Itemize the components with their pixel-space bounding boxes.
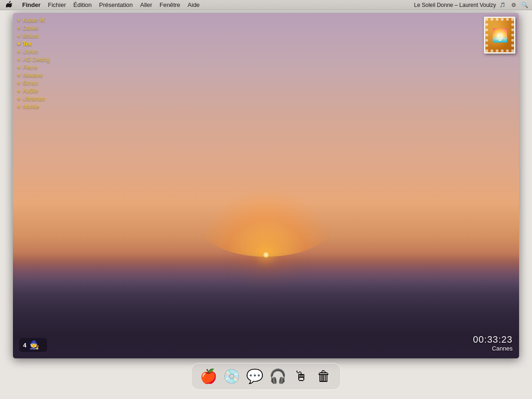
- playlist-item-name: Tex: [23, 41, 32, 47]
- star-icon: ✳: [17, 49, 21, 55]
- trash-dock-icon: 🗑: [317, 369, 331, 383]
- playlist-item-name: Ultraman: [23, 96, 45, 102]
- elapsed-time: 00:33:23: [473, 334, 513, 345]
- star-icon: ✳: [17, 18, 21, 24]
- star-icon: ✳: [17, 88, 21, 94]
- playlist-item[interactable]: ✳Tex: [17, 40, 50, 48]
- star-icon: ✳: [17, 96, 21, 102]
- playlist-item[interactable]: ✳lithium: [17, 32, 50, 40]
- menu-bar: Finder Fichier Édition Présentation Alle…: [0, 0, 532, 10]
- star-icon: ✳: [17, 104, 21, 110]
- menu-presentation[interactable]: Présentation: [96, 0, 137, 10]
- dock-chat[interactable]: 💬: [244, 366, 265, 387]
- mouse-dock-icon: 🖱: [294, 369, 308, 383]
- playlist-item[interactable]: ✳Daniel: [17, 24, 50, 32]
- album-stamp[interactable]: 🌅: [484, 17, 515, 54]
- playlist-item-name: HG Desing: [23, 56, 50, 63]
- dock-apple[interactable]: 🍎: [198, 366, 218, 387]
- main-window: ✳Kaiser IK✳Daniel✳lithium✳Tex✳UnAm✳HG De…: [13, 13, 519, 358]
- playlist-item-name: Simon: [23, 80, 38, 86]
- playlist-item-name: Kaiser IK: [23, 17, 45, 24]
- playlist-item[interactable]: ✳Ultraman: [17, 95, 50, 103]
- apple-dock-icon: 🍎: [200, 369, 217, 383]
- playlist-item[interactable]: ✳HG Desing: [17, 56, 50, 63]
- menubar-right: Le Soleil Donne – Laurent Voulzy 🎵 ⚙ 🔍: [414, 0, 532, 10]
- playlist-item[interactable]: ✳Kaiser IK: [17, 17, 50, 24]
- playlist-item-name: UnAm: [23, 48, 38, 55]
- dock-trash[interactable]: 🗑: [314, 366, 334, 387]
- menu-items-group: Finder Fichier Édition Présentation Alle…: [18, 0, 203, 10]
- playlist: ✳Kaiser IK✳Daniel✳lithium✳Tex✳UnAm✳HG De…: [17, 17, 50, 110]
- star-icon: ✳: [17, 80, 21, 86]
- menu-aller[interactable]: Aller: [137, 0, 156, 10]
- slide-counter: 4 🧙: [19, 338, 47, 352]
- star-icon: ✳: [17, 41, 21, 47]
- now-playing-title: Le Soleil Donne – Laurent Voulzy: [414, 2, 496, 8]
- playlist-item[interactable]: ✳AuGie: [17, 87, 50, 95]
- location-label: Cannes: [473, 345, 513, 352]
- cloud-silhouette: [13, 252, 519, 358]
- wizard-icon: 🧙: [29, 340, 39, 350]
- menu-fenetre[interactable]: Fenêtre: [156, 0, 184, 10]
- menu-aide[interactable]: Aide: [184, 0, 203, 10]
- playlist-item[interactable]: ✳Newave: [17, 72, 50, 79]
- search-icon[interactable]: 🔍: [520, 0, 529, 10]
- playlist-item-name: lithium: [23, 33, 39, 39]
- star-icon: ✳: [17, 65, 21, 71]
- playlist-item-name: Pierre: [23, 64, 37, 71]
- slide-number: 4: [23, 342, 26, 349]
- playlist-item-name: AuGie: [23, 88, 38, 94]
- cd-dock-icon: 💿: [223, 369, 240, 383]
- playlist-item[interactable]: ✳UnAm: [17, 48, 50, 55]
- chat-dock-icon: 💬: [246, 369, 263, 383]
- dock-cd[interactable]: 💿: [221, 366, 242, 387]
- dock-headphones[interactable]: 🎧: [267, 366, 288, 387]
- menu-finder[interactable]: Finder: [18, 0, 44, 10]
- apple-menu[interactable]: [0, 1, 18, 9]
- sun-glow: [197, 187, 335, 257]
- star-icon: ✳: [17, 73, 21, 79]
- dock: 🍎 💿 💬 🎧 🖱 🗑: [191, 363, 341, 390]
- playlist-item-name: Newave: [23, 72, 42, 79]
- headphones-dock-icon: 🎧: [269, 369, 286, 383]
- settings-icon[interactable]: ⚙: [509, 0, 518, 10]
- menu-fichier[interactable]: Fichier: [44, 0, 70, 10]
- playlist-item-name: Morkie: [23, 103, 39, 110]
- coverflow-icon[interactable]: 🎵: [498, 0, 507, 10]
- playlist-item[interactable]: ✳Pierre: [17, 64, 50, 71]
- playlist-item[interactable]: ✳Morkie: [17, 103, 50, 110]
- timer-area: 00:33:23 Cannes: [473, 334, 513, 352]
- star-icon: ✳: [17, 33, 21, 39]
- playlist-item-name: Daniel: [23, 25, 38, 31]
- playlist-item[interactable]: ✳Simon: [17, 79, 50, 87]
- star-icon: ✳: [17, 57, 21, 63]
- star-icon: ✳: [17, 25, 21, 31]
- dock-mouse[interactable]: 🖱: [290, 366, 311, 387]
- menu-edition[interactable]: Édition: [70, 0, 96, 10]
